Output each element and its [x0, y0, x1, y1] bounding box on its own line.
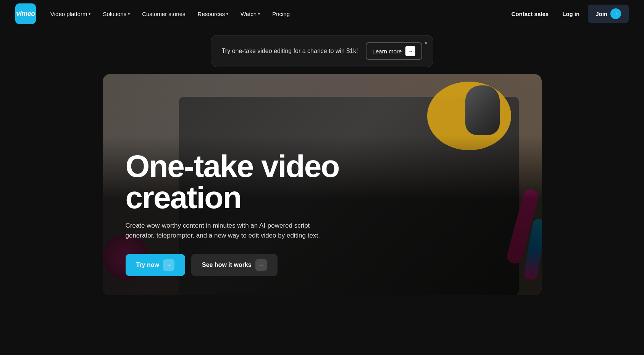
see-how-label: See how it works	[202, 262, 252, 268]
nav-label-customer-stories: Customer stories	[142, 11, 185, 17]
try-now-arrow-icon: →	[163, 259, 174, 271]
sidebar-item-solutions[interactable]: Solutions ▾	[97, 8, 135, 20]
mouse-visual	[465, 85, 500, 135]
logo-text: vimeo	[16, 10, 35, 18]
sidebar-item-watch[interactable]: Watch ▾	[235, 8, 265, 20]
hero-section-wrap: One-take video creation Create wow-worth…	[0, 74, 644, 310]
chevron-down-icon: ▾	[128, 12, 130, 16]
learn-more-arrow-icon: →	[405, 46, 415, 56]
promo-banner: Try one-take video editing for a chance …	[211, 35, 434, 67]
see-how-arrow-icon: →	[255, 259, 267, 271]
contact-sales-button[interactable]: Contact sales	[506, 8, 554, 20]
hero-subtitle: Create wow-worthy content in minutes wit…	[126, 221, 339, 240]
hero-content: One-take video creation Create wow-worth…	[103, 135, 542, 295]
learn-more-button[interactable]: Learn more →	[366, 42, 423, 60]
hero-title: One-take video creation	[126, 151, 519, 213]
hero-title-line2: creation	[126, 180, 241, 215]
nav-label-solutions: Solutions	[103, 11, 126, 17]
login-button[interactable]: Log in	[557, 8, 585, 20]
sidebar-item-customer-stories[interactable]: Customer stories	[137, 8, 190, 20]
nav-right: Contact sales Log in Join →	[506, 5, 629, 23]
sidebar-item-video-platform[interactable]: Video platform ▾	[45, 8, 96, 20]
nav-items: Video platform ▾ Solutions ▾ Customer st…	[45, 8, 503, 20]
hero-section: One-take video creation Create wow-worth…	[103, 74, 542, 295]
chevron-down-icon: ▾	[89, 12, 90, 16]
join-arrow-icon: →	[610, 8, 621, 19]
join-label: Join	[596, 11, 607, 17]
nav-label-watch: Watch	[240, 11, 257, 17]
nav-label-resources: Resources	[198, 11, 225, 17]
chevron-down-icon: ▾	[226, 12, 228, 16]
promo-banner-wrap: Try one-take video editing for a chance …	[0, 35, 644, 67]
learn-more-label: Learn more	[373, 48, 402, 55]
sidebar-item-resources[interactable]: Resources ▾	[192, 8, 234, 20]
logo-box: vimeo	[15, 3, 36, 24]
try-now-label: Try now	[136, 262, 159, 268]
banner-close-button[interactable]: ×	[424, 40, 428, 46]
nav-label-pricing: Pricing	[272, 11, 290, 17]
see-how-button[interactable]: See how it works →	[191, 254, 278, 276]
nav-label-video-platform: Video platform	[50, 11, 87, 17]
join-button[interactable]: Join →	[588, 5, 629, 23]
navbar: vimeo Video platform ▾ Solutions ▾ Custo…	[0, 0, 644, 27]
hero-title-line1: One-take video	[126, 149, 339, 183]
try-now-button[interactable]: Try now →	[126, 254, 185, 276]
hero-buttons: Try now → See how it works →	[126, 254, 519, 276]
sidebar-item-pricing[interactable]: Pricing	[267, 8, 295, 20]
chevron-down-icon: ▾	[258, 12, 260, 16]
logo[interactable]: vimeo	[15, 3, 36, 24]
banner-text: Try one-take video editing for a chance …	[222, 48, 358, 55]
